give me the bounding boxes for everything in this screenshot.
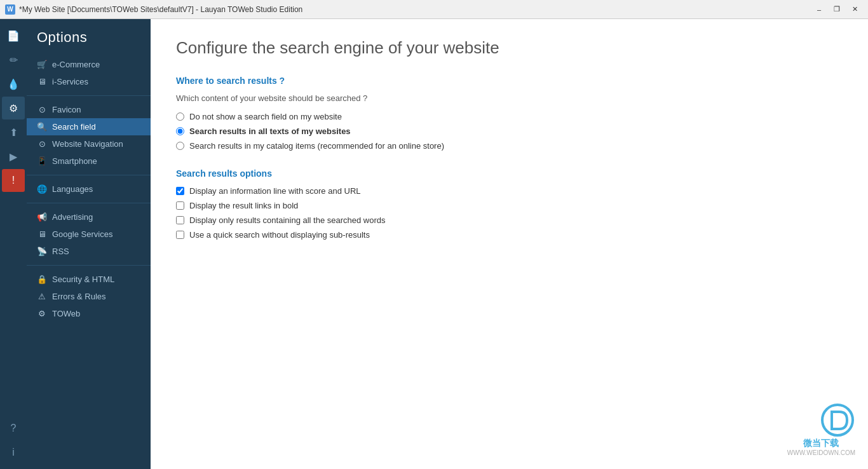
title-bar: W *My Web Site [\Documents\TOWeb Sites\d… xyxy=(0,0,868,19)
sidebar-item-smartphone[interactable]: 📱 Smartphone xyxy=(27,153,151,170)
sidebar-label-googleservices: Google Services xyxy=(52,229,112,239)
window-title: *My Web Site [\Documents\TOWeb Sites\def… xyxy=(19,5,302,14)
radio-no-search[interactable]: Do not show a search field on my website xyxy=(176,112,843,121)
sidebar-label-favicon: Favicon xyxy=(52,105,81,114)
app-body: 📄 ✏ 💧 ⚙ ⬆ ▶ ! ? i Options 🛒 e-Commerce 🖥… xyxy=(0,19,868,469)
section1-subtitle: Which content of your website should be … xyxy=(176,93,843,103)
checkbox-bold-links[interactable]: Display the result links in bold xyxy=(176,201,843,210)
icon-bar: 📄 ✏ 💧 ⚙ ⬆ ▶ ! ? i xyxy=(0,19,27,469)
sidebar-item-websitenavigation[interactable]: ⊙ Website Navigation xyxy=(27,135,151,153)
errors-icon: ⚠ xyxy=(37,292,47,301)
radio-catalog[interactable]: Search results in my catalog items (reco… xyxy=(176,141,843,151)
sidebar-divider-2 xyxy=(27,175,151,175)
watermark-text: 微当下载 xyxy=(787,438,855,449)
searchfield-icon: 🔍 xyxy=(37,122,47,132)
advertising-icon: 📢 xyxy=(37,212,47,222)
sidebar-item-errorsrules[interactable]: ⚠ Errors & Rules xyxy=(27,288,151,305)
radio-catalog-label: Search results in my catalog items (reco… xyxy=(189,141,444,151)
close-button[interactable]: ✕ xyxy=(846,3,863,16)
sidebar-item-favicon[interactable]: ⊙ Favicon xyxy=(27,101,151,118)
radio-no-search-label: Do not show a search field on my website xyxy=(189,112,342,121)
favicon-icon: ⊙ xyxy=(37,105,47,114)
radio-all-texts-input[interactable] xyxy=(176,127,184,135)
checkbox-no-subresults[interactable]: Use a quick search without displaying su… xyxy=(176,230,843,240)
toweb-icon: ⚙ xyxy=(37,309,47,318)
toolbar-edit[interactable]: ✏ xyxy=(2,48,25,71)
watermark-logo-svg xyxy=(820,403,855,438)
sidebar-label-errorsrules: Errors & Rules xyxy=(52,292,106,301)
toolbar-settings[interactable]: ⚙ xyxy=(2,97,25,119)
ecommerce-icon: 🛒 xyxy=(37,60,47,69)
sidebar-label-securityhtml: Security & HTML xyxy=(52,275,114,284)
icon-bar-bottom: ? i xyxy=(2,417,25,469)
sidebar-label-advertising: Advertising xyxy=(52,212,93,222)
sidebar-item-iservices[interactable]: 🖥 i-Services xyxy=(27,73,151,90)
checkbox-score-url[interactable]: Display an information line with score a… xyxy=(176,186,843,196)
sidebar-item-searchfield[interactable]: 🔍 Search field xyxy=(27,118,151,135)
checkbox-all-words-input[interactable] xyxy=(176,216,184,224)
sidebar-title: Options xyxy=(27,24,151,56)
sidebar-label-toweb: TOWeb xyxy=(52,309,80,318)
toolbar-theme[interactable]: 💧 xyxy=(2,72,25,95)
sidebar-divider-1 xyxy=(27,95,151,96)
checkbox-group: Display an information line with score a… xyxy=(176,186,843,240)
sidebar-item-languages[interactable]: 🌐 Languages xyxy=(27,180,151,198)
sidebar-item-toweb[interactable]: ⚙ TOWeb xyxy=(27,305,151,322)
rss-icon: 📡 xyxy=(37,247,47,256)
checkbox-no-subresults-input[interactable] xyxy=(176,231,184,239)
sidebar-label-languages: Languages xyxy=(52,184,93,194)
radio-all-texts[interactable]: Search results in all texts of my websit… xyxy=(176,126,843,136)
section2-heading: Search results options xyxy=(176,168,843,179)
radio-group: Do not show a search field on my website… xyxy=(176,112,843,151)
minimize-button[interactable]: – xyxy=(811,3,827,16)
sidebar-item-rss[interactable]: 📡 RSS xyxy=(27,243,151,260)
sidebar-divider-3 xyxy=(27,203,151,203)
sidebar-divider-4 xyxy=(27,265,151,266)
toolbar-new[interactable]: 📄 xyxy=(2,24,25,47)
page-title: Configure the search engine of your webs… xyxy=(176,38,843,58)
checkbox-bold-links-input[interactable] xyxy=(176,201,184,210)
sidebar-item-advertising[interactable]: 📢 Advertising xyxy=(27,208,151,226)
radio-catalog-input[interactable] xyxy=(176,142,184,150)
sidebar-label-smartphone: Smartphone xyxy=(52,156,97,166)
app-icon: W xyxy=(5,4,15,15)
sidebar-label-websitenavigation: Website Navigation xyxy=(52,139,123,149)
window-controls: – ❐ ✕ xyxy=(811,3,863,16)
watermark: 微当下载 WWW.WEIDOWN.COM xyxy=(787,403,855,456)
checkbox-all-words[interactable]: Display only results containing all the … xyxy=(176,215,843,225)
toolbar-info[interactable]: i xyxy=(2,441,25,464)
sidebar-item-googleservices[interactable]: 🖥 Google Services xyxy=(27,226,151,243)
checkbox-no-subresults-label: Use a quick search without displaying su… xyxy=(189,230,370,240)
checkbox-bold-links-label: Display the result links in bold xyxy=(189,201,298,210)
sidebar: Options 🛒 e-Commerce 🖥 i-Services ⊙ Favi… xyxy=(27,19,151,469)
languages-icon: 🌐 xyxy=(37,184,47,194)
sidebar-item-ecommerce[interactable]: 🛒 e-Commerce xyxy=(27,56,151,73)
sidebar-label-iservices: i-Services xyxy=(52,77,88,86)
toolbar-error[interactable]: ! xyxy=(2,169,25,192)
checkbox-score-url-input[interactable] xyxy=(176,187,184,195)
watermark-url: WWW.WEIDOWN.COM xyxy=(787,449,855,456)
toolbar-preview[interactable]: ▶ xyxy=(2,145,25,168)
security-icon: 🔒 xyxy=(37,275,47,284)
sidebar-label-ecommerce: e-Commerce xyxy=(52,60,100,69)
sidebar-label-rss: RSS xyxy=(52,247,69,256)
checkbox-all-words-label: Display only results containing all the … xyxy=(189,215,386,225)
smartphone-icon: 📱 xyxy=(37,156,47,166)
sidebar-label-searchfield: Search field xyxy=(52,122,96,132)
websitenavigation-icon: ⊙ xyxy=(37,139,47,149)
toolbar-upload[interactable]: ⬆ xyxy=(2,121,25,144)
title-bar-left: W *My Web Site [\Documents\TOWeb Sites\d… xyxy=(5,4,302,15)
googleservices-icon: 🖥 xyxy=(37,229,47,239)
maximize-button[interactable]: ❐ xyxy=(829,3,845,16)
sidebar-item-securityhtml[interactable]: 🔒 Security & HTML xyxy=(27,271,151,288)
section1-heading: Where to search results ? xyxy=(176,76,843,86)
main-content: Configure the search engine of your webs… xyxy=(151,19,868,469)
iservices-icon: 🖥 xyxy=(37,77,47,86)
toolbar-help[interactable]: ? xyxy=(2,417,25,440)
radio-all-texts-label: Search results in all texts of my websit… xyxy=(189,126,351,136)
checkbox-score-url-label: Display an information line with score a… xyxy=(189,186,361,196)
radio-no-search-input[interactable] xyxy=(176,112,184,121)
